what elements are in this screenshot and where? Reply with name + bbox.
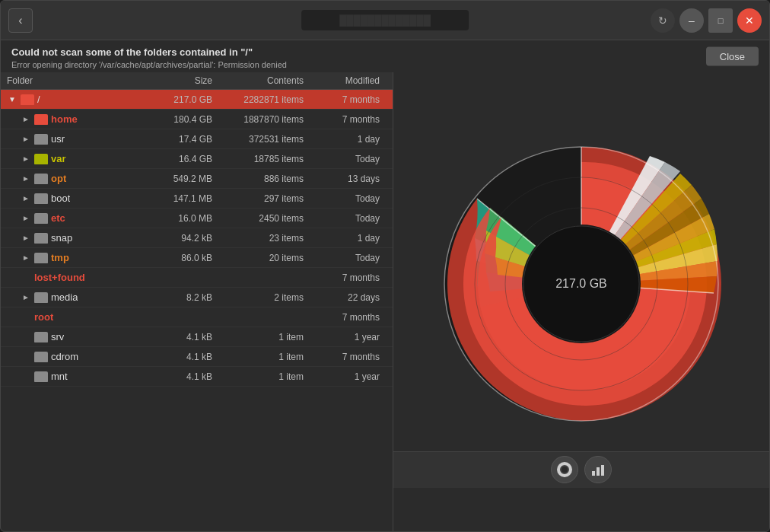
folder-icon <box>34 114 48 125</box>
chart-panel: 217.0 GB <box>393 72 769 531</box>
modified-cell: 1 day <box>304 233 380 244</box>
table-row[interactable]: ► snap94.2 kB23 items1 day <box>1 228 393 248</box>
table-row[interactable]: cdrom4.1 kB1 item7 months <box>1 347 393 367</box>
table-row[interactable]: ► home180.4 GB1887870 items7 months <box>1 110 393 129</box>
svg-rect-11 <box>34 195 40 197</box>
table-row[interactable]: lost+found7 months <box>1 268 393 288</box>
col-folder: Folder <box>7 75 144 86</box>
chart-center-label: 217.0 GB <box>555 277 607 290</box>
expand-button[interactable]: ► <box>21 233 31 244</box>
expand-button[interactable] <box>21 272 31 283</box>
folder-icon <box>34 371 48 382</box>
expand-button[interactable] <box>21 371 31 382</box>
reload-button[interactable]: ↻ <box>651 8 675 33</box>
name-cell: mnt <box>7 371 144 382</box>
table-row[interactable]: ▼ /217.0 GB2282871 items7 months <box>1 90 393 110</box>
table-row[interactable]: root7 months <box>1 307 393 327</box>
bottom-bar <box>393 451 769 488</box>
modified-cell: Today <box>304 193 380 204</box>
expand-button[interactable] <box>21 352 31 362</box>
maximize-button[interactable]: □ <box>708 8 733 33</box>
name-cell: root <box>7 311 144 323</box>
folder-icon <box>34 154 48 164</box>
svg-rect-34 <box>592 471 595 476</box>
name-cell: ► boot <box>7 193 144 204</box>
table-row[interactable]: srv4.1 kB1 item1 year <box>1 327 393 347</box>
expand-button[interactable]: ► <box>21 174 31 184</box>
name-cell: ► usr <box>7 133 144 145</box>
size-cell: 4.1 kB <box>144 332 212 342</box>
folder-name: opt <box>51 173 66 184</box>
folder-icon <box>34 193 48 204</box>
folder-name: root <box>34 311 53 323</box>
table-row[interactable]: ► media8.2 kB2 items22 days <box>1 288 393 307</box>
contents-cell: 20 items <box>212 253 304 263</box>
expand-button[interactable]: ► <box>21 213 31 224</box>
name-cell: ► opt <box>7 173 144 184</box>
contents-cell: 1 item <box>212 371 304 382</box>
table-row[interactable]: mnt4.1 kB1 item1 year <box>1 367 393 387</box>
table-row[interactable]: ► usr17.4 GB372531 items1 day <box>1 129 393 149</box>
modified-cell: 7 months <box>304 94 380 105</box>
size-cell: 217.0 GB <box>144 94 212 105</box>
svg-rect-3 <box>34 116 40 118</box>
contents-cell: 1 item <box>212 352 304 362</box>
modified-cell: 1 day <box>304 134 380 145</box>
svg-rect-23 <box>34 353 40 355</box>
minimize-button[interactable]: – <box>679 8 704 33</box>
close-button[interactable]: Close <box>706 47 759 66</box>
file-panel: Folder Size Contents Modified ▼ /217.0 G… <box>1 72 393 531</box>
warning-title: Could not scan some of the folders conta… <box>11 46 678 58</box>
modified-cell: 1 year <box>304 332 380 342</box>
svg-point-33 <box>562 467 568 473</box>
col-modified: Modified <box>304 75 380 86</box>
contents-cell: 18785 items <box>212 154 304 164</box>
expand-button[interactable]: ► <box>21 154 31 164</box>
table-row[interactable]: ► boot147.1 MB297 itemsToday <box>1 189 393 209</box>
svg-rect-7 <box>34 155 40 158</box>
expand-button[interactable] <box>21 332 31 342</box>
contents-cell: 2282871 items <box>212 94 304 105</box>
svg-rect-19 <box>34 294 40 296</box>
table-row[interactable]: ► opt549.2 MB886 items13 days <box>1 169 393 189</box>
svg-rect-1 <box>21 96 26 98</box>
contents-cell: 2 items <box>212 292 304 303</box>
modified-cell: 13 days <box>304 174 380 184</box>
svg-rect-21 <box>34 333 40 336</box>
contents-cell: 886 items <box>212 174 304 184</box>
folder-name: mnt <box>51 371 68 382</box>
expand-button[interactable]: ► <box>21 114 31 125</box>
expand-button[interactable]: ► <box>21 292 31 303</box>
donut-chart: 217.0 GB <box>414 101 749 451</box>
back-button[interactable]: ‹ <box>8 8 33 33</box>
contents-cell: 1 item <box>212 332 304 342</box>
modified-cell: Today <box>304 154 380 164</box>
close-window-button[interactable]: ✕ <box>737 8 762 33</box>
col-contents: Contents <box>212 75 304 86</box>
folder-icon <box>34 233 48 244</box>
folder-icon <box>34 332 48 342</box>
folder-name: tmp <box>51 252 69 263</box>
folder-icon <box>34 292 48 303</box>
name-cell: lost+found <box>7 272 144 283</box>
size-cell: 4.1 kB <box>144 352 212 362</box>
expand-button[interactable]: ▼ <box>7 94 18 105</box>
svg-rect-9 <box>34 175 40 177</box>
size-cell: 180.4 GB <box>144 114 212 125</box>
table-row[interactable]: ► etc16.0 MB2450 itemsToday <box>1 209 393 228</box>
expand-button[interactable] <box>21 312 31 323</box>
chart-bar-btn[interactable] <box>584 456 612 483</box>
folder-name: home <box>51 113 78 125</box>
folder-icon <box>34 134 48 145</box>
table-row[interactable]: ► var16.4 GB18785 itemsToday <box>1 149 393 169</box>
expand-button[interactable]: ► <box>21 253 31 263</box>
chart-donut-btn[interactable] <box>551 456 578 483</box>
table-row[interactable]: ► tmp86.0 kB20 itemsToday <box>1 248 393 268</box>
expand-button[interactable]: ► <box>21 193 31 204</box>
name-cell: ► var <box>7 153 144 164</box>
modified-cell: 7 months <box>304 272 380 283</box>
warning-bar: Could not scan some of the folders conta… <box>1 40 769 72</box>
expand-button[interactable]: ► <box>21 134 31 145</box>
size-cell: 147.1 MB <box>144 193 212 204</box>
folder-name: lost+found <box>34 272 85 283</box>
